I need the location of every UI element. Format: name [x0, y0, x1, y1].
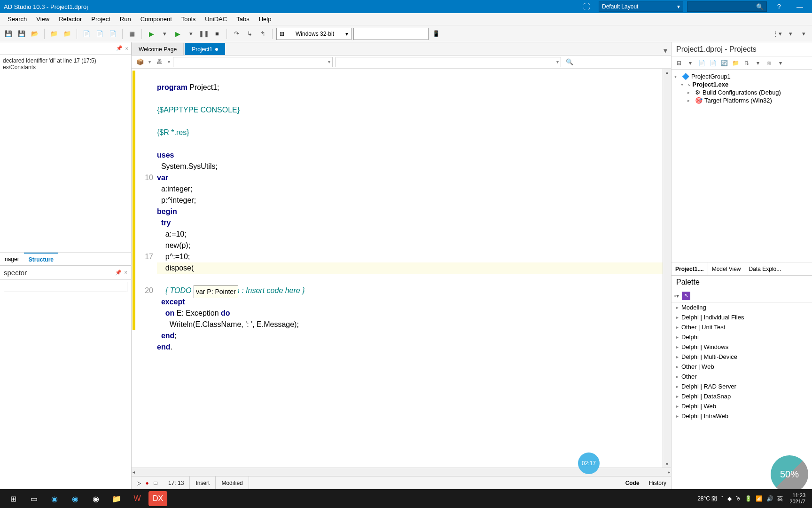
explorer-icon[interactable]: 📁 — [107, 491, 126, 506]
menu-search[interactable]: Search — [3, 16, 31, 23]
menu-component[interactable]: Component — [136, 16, 177, 23]
palette-item[interactable]: ▸Delphi | Individual Files — [671, 312, 812, 322]
macro-stop-icon[interactable]: □ — [152, 480, 159, 486]
close-icon[interactable]: × — [125, 46, 128, 51]
tab-manager[interactable]: nager — [0, 253, 24, 265]
tree-exe[interactable]: Project1.exe — [693, 81, 729, 88]
help-button[interactable]: ? — [771, 3, 788, 10]
open-icon[interactable]: 📂 — [29, 28, 40, 40]
run-dd2-icon[interactable]: ▾ — [185, 28, 196, 40]
macro-record-icon[interactable]: ● — [144, 480, 150, 486]
file-icon[interactable]: 📄 — [94, 28, 105, 40]
device-icon[interactable]: ⛶ — [578, 3, 595, 10]
tab-structure[interactable]: Structure — [24, 253, 58, 265]
palette-item[interactable]: ▸Other | Web — [671, 362, 812, 372]
start-icon[interactable]: ⊞ — [4, 491, 23, 506]
project-tree[interactable]: ▾🔷ProjectGroup1 ▾▫Project1.exe ▸⚙Build C… — [671, 70, 812, 262]
menu-unidac[interactable]: UniDAC — [200, 16, 232, 23]
device-dropdown[interactable] — [353, 28, 429, 40]
ime-indicator[interactable]: 英 — [777, 495, 783, 503]
chevron-down-icon[interactable]: ▾ — [148, 59, 151, 64]
sync-icon[interactable]: 🔄 — [719, 58, 729, 68]
tree-target[interactable]: Target Platforms (Win32) — [704, 97, 772, 104]
palette-item[interactable]: ▸Delphi | DataSnap — [671, 391, 812, 401]
wps-icon[interactable]: W — [128, 491, 147, 506]
toolbar-dd1-icon[interactable]: ⋮▾ — [772, 28, 783, 40]
clock[interactable]: 11:23 2021/7 — [787, 492, 808, 505]
search-icon[interactable]: 🔍 — [566, 58, 573, 65]
dataexplorer-tab[interactable]: Data Explo... — [745, 262, 786, 275]
tab-welcome[interactable]: Welcome Page — [132, 43, 184, 55]
new-file-icon[interactable]: 📄 — [81, 28, 92, 40]
tabs-dropdown-icon[interactable]: ▾ — [660, 46, 671, 55]
chevron-down-icon[interactable]: ▾ — [753, 58, 763, 68]
palette-item[interactable]: ▸Other | Unit Test — [671, 322, 812, 332]
projects-tab[interactable]: Project1.... — [671, 262, 708, 275]
add-folder-icon[interactable]: 📁 — [48, 28, 60, 40]
taskview-icon[interactable]: ▭ — [24, 491, 43, 506]
add-icon[interactable]: 📄 — [697, 58, 706, 68]
step-into-icon[interactable]: ↳ — [244, 28, 255, 40]
tray-icon[interactable]: ◆ — [727, 495, 732, 502]
form-icon[interactable]: ▦ — [126, 28, 138, 40]
menu-tabs[interactable]: Tabs — [232, 16, 254, 23]
code-tab[interactable]: Code — [621, 480, 644, 486]
chevron-up-icon[interactable]: ˄ — [721, 495, 724, 502]
minimize-button[interactable]: — — [791, 3, 808, 10]
palette-item[interactable]: ▸Modeling — [671, 302, 812, 312]
step-out-icon[interactable]: ↰ — [257, 28, 268, 40]
inspector-search-input[interactable] — [4, 282, 127, 292]
step-over-icon[interactable]: ↷ — [231, 28, 242, 40]
code-editor[interactable]: program Project1; {$APPTYPE CONSOLE} {$R… — [157, 69, 663, 468]
folder-icon[interactable]: 📁 — [731, 58, 740, 68]
save-icon[interactable]: 💾 — [3, 28, 14, 40]
modelview-tab[interactable]: Model View — [708, 262, 745, 275]
run-no-debug-button[interactable]: ▶ — [172, 28, 183, 40]
menu-refactor[interactable]: Refactor — [54, 16, 86, 23]
pin-icon[interactable]: 📌 — [116, 45, 123, 51]
palette-item[interactable]: ▸Delphi | RAD Server — [671, 381, 812, 391]
run-button[interactable]: ▶ — [146, 28, 157, 40]
app-icon[interactable]: ◉ — [66, 491, 85, 506]
pin-icon[interactable]: 📌 — [115, 270, 122, 276]
nav-back-icon[interactable]: 📦 — [134, 56, 146, 68]
weather-widget[interactable]: 28°C 阴 — [697, 495, 717, 503]
chrome-icon[interactable]: ◉ — [86, 491, 105, 506]
menu-run[interactable]: Run — [115, 16, 136, 23]
tree-build[interactable]: Build Configurations (Debug) — [703, 89, 781, 96]
wifi-icon[interactable]: 📶 — [756, 495, 763, 502]
print-icon[interactable]: 🖶 — [154, 56, 165, 68]
system-tray[interactable]: 28°C 阴 ˄ ◆ 🖰 🔋 📶 🔊 英 11:23 2021/7 — [697, 492, 808, 505]
save-all-icon[interactable]: 💾 — [16, 28, 27, 40]
remove-icon[interactable]: 📄 — [708, 58, 718, 68]
platform-dropdown[interactable]: ⊞ Windows 32-bit ▾ — [276, 28, 351, 40]
files-icon[interactable]: 📄 — [107, 28, 118, 40]
toolbar-dd2-icon[interactable]: ▾ — [785, 28, 796, 40]
palette-item[interactable]: ▸Delphi | Web — [671, 401, 812, 411]
pause-button[interactable]: ❚❚ — [198, 28, 210, 40]
tray-icon[interactable]: 🖰 — [735, 495, 741, 502]
remove-folder-icon[interactable]: 📁 — [62, 28, 73, 40]
palette-item[interactable]: ▸Other — [671, 372, 812, 381]
menu-tools[interactable]: Tools — [177, 16, 200, 23]
method-dropdown[interactable]: ▾ — [336, 57, 561, 67]
chevron-down-icon[interactable]: ▾ — [776, 58, 785, 68]
tree-group[interactable]: ProjectGroup1 — [691, 73, 731, 80]
palette-item[interactable]: ▸Delphi | Windows — [671, 342, 812, 352]
chevron-down-icon[interactable]: ▾ — [686, 58, 695, 68]
menu-help[interactable]: Help — [254, 16, 276, 23]
battery-icon[interactable]: 🔋 — [745, 495, 752, 502]
delphi-icon[interactable]: DX — [148, 491, 167, 506]
run-dd-icon[interactable]: ▾ — [159, 28, 170, 40]
menu-view[interactable]: View — [31, 16, 54, 23]
filter-icon[interactable]: ≋ — [765, 58, 774, 68]
volume-icon[interactable]: 🔊 — [766, 495, 773, 502]
search-input[interactable]: 🔍 — [687, 1, 767, 12]
palette-item[interactable]: ▸Delphi | IntraWeb — [671, 411, 812, 421]
menu-project[interactable]: Project — [86, 16, 115, 23]
sort-icon[interactable]: ⇅ — [742, 58, 751, 68]
palette-dd-icon[interactable]: ▫▾ — [674, 293, 679, 299]
tab-project1[interactable]: Project1 — [185, 43, 225, 55]
stop-button[interactable]: ■ — [211, 28, 223, 40]
chevron-down-icon[interactable]: ▾ — [168, 59, 170, 64]
